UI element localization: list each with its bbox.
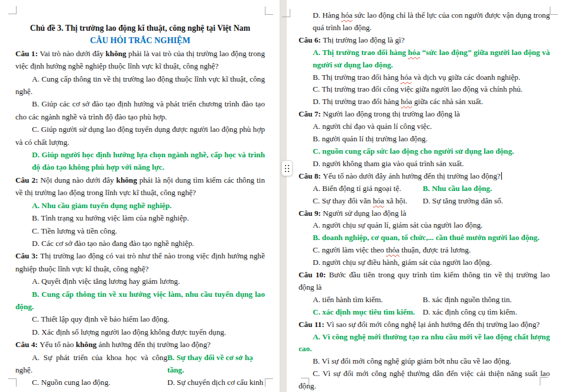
question-paragraph[interactable]: Câu 8: Yếu tố nào dưới đây ảnh hưởng đến…: [299, 170, 550, 183]
option-row[interactable]: A. tiến hành tìm kiếm.B. xác định nguồn …: [299, 294, 550, 306]
option[interactable]: C. Vì sự đổi mới công nghệ thường dẫn đế…: [299, 368, 550, 392]
page-2-text-area[interactable]: D. Hàng hóa sức lao động chỉ là thể lực …: [299, 9, 550, 392]
text-run: Câu 1:: [15, 49, 40, 58]
text-run: Câu 4:: [15, 340, 40, 349]
text-run: C. Thiết lập quy định về bảo hiểm lao độ…: [32, 315, 169, 323]
option[interactable]: A. Biến động tỉ giá ngoại tệ.: [299, 183, 423, 195]
option[interactable]: A. Sự phát triển của khoa học và công ng…: [15, 351, 167, 377]
text-run: Câu 9:: [299, 209, 323, 218]
option[interactable]: D. Hàng hóa sức lao động chỉ là thể lực …: [313, 9, 550, 34]
text-run: Vì sao sự đổi mới công nghệ lại ảnh hưởn…: [326, 320, 540, 329]
option-row[interactable]: A. Biến động tỉ giá ngoại tệ.B. Nhu cầu …: [299, 183, 550, 195]
text-run: và dịch vụ giữa các doanh nghiệp.: [411, 73, 520, 82]
text-run: C. người làm việc theo: [313, 245, 386, 254]
text-run: không: [116, 176, 137, 184]
question-paragraph[interactable]: Câu 11: Vì sao sự đổi mới công nghệ lại …: [299, 319, 550, 331]
text-run: Người sử dụng lao động là: [323, 209, 406, 218]
section-heading: CÂU HỎI TRẮC NGHIỆM: [15, 34, 265, 47]
option[interactable]: C. Tiền lương và tiền công.: [15, 225, 265, 237]
correct-option[interactable]: A. Thị trường trao đổi hàng hóa “sức lao…: [313, 47, 550, 72]
option[interactable]: A. tiến hành tìm kiếm.: [299, 294, 423, 306]
option-row[interactable]: C. Nguồn cung lao động.D. Sự chuyển dịch…: [15, 376, 265, 392]
document-canvas: Chủ đề 3. Thị trường lao động kĩ thuật, …: [0, 0, 564, 392]
text-run: Câu 3:: [15, 251, 40, 260]
page-1-text-area[interactable]: Chủ đề 3. Thị trường lao động kĩ thuật, …: [15, 22, 265, 392]
option[interactable]: D. Sự tăng trưởng dân số.: [423, 195, 550, 208]
text-run: D. Hàng: [313, 11, 341, 20]
option[interactable]: D. Xác định số lượng người lao động khôn…: [15, 326, 265, 338]
correct-option[interactable]: B. Nhu cầu lao động.: [423, 183, 550, 195]
text-run: Câu 10:: [299, 270, 329, 279]
text-run: C. Nguồn cung lao động.: [32, 378, 111, 387]
misspelled-word: hóa: [373, 196, 384, 205]
text-run: không: [76, 340, 96, 349]
question-paragraph[interactable]: Câu 7: Người lao động trong thị trường l…: [299, 108, 550, 121]
option[interactable]: C. Thiết lập quy định về bảo hiểm lao độ…: [15, 313, 265, 325]
correct-option[interactable]: B. Sự thay đổi về cơ sở hạ tầng.: [167, 351, 265, 377]
option[interactable]: C. Sự thay đổi văn hóa xã hội.: [299, 195, 423, 208]
option[interactable]: B. Tình trạng xu hướng việc làm của nghề…: [15, 212, 265, 224]
option[interactable]: C. người làm việc theo thỏa thuận, được …: [299, 244, 550, 257]
question-paragraph[interactable]: Câu 6: Thị trường lao động là gì?: [299, 34, 550, 47]
option[interactable]: D. Các cơ sở đào tạo nào đang đào tạo ng…: [15, 237, 265, 250]
question-paragraph[interactable]: Câu 3: Thị trường lao động có vai trò nh…: [15, 250, 265, 275]
option[interactable]: D. người không tham gia vào quá trình sả…: [299, 158, 550, 170]
text-run: B. Vì sự đổi mới công nghệ giúp giảm bớt…: [313, 357, 511, 365]
option[interactable]: A. người chỉ đạo và quản lí công việc.: [299, 121, 550, 133]
text-run: Câu 11:: [299, 320, 326, 329]
option[interactable]: A. Quyết định việc tăng lương hay giảm l…: [15, 275, 265, 287]
correct-option[interactable]: B. Cung cấp thông tin về xu hướng việc l…: [15, 288, 265, 313]
option-row[interactable]: C. xác định mục tiêu tìm kiếm.D. xác địn…: [299, 306, 550, 319]
correct-option[interactable]: C. nguồn cung cấp sức lao động cho người…: [299, 145, 550, 158]
text-run: A. Vì công nghệ mới thường tạo ra nhu cầ…: [299, 332, 550, 354]
text-run: A. Sự phát triển của khoa học và công ng…: [15, 353, 167, 374]
question-paragraph[interactable]: Câu 9: Người sử dụng lao động là: [299, 208, 550, 220]
text-run: B. Giúp các cơ sở đào tạo định hướng và …: [15, 99, 265, 121]
page-2[interactable]: D. Hàng hóa sức lao động chỉ là thể lực …: [287, 0, 564, 392]
text-run: Thị trường lao động có vai trò như thế n…: [15, 251, 265, 273]
text-run: D. Sự tăng trưởng dân số.: [423, 196, 503, 205]
option[interactable]: B. Thị trường trao đổi hàng hóa và dịch …: [299, 72, 550, 84]
question-paragraph[interactable]: Câu 10: Bước đầu tiên trong quy trình tì…: [299, 269, 550, 294]
option[interactable]: C. Thị trường trao đổi công việc giữa ng…: [299, 83, 550, 96]
text-run: D. Sự chuyển dịch cơ cấu kinh tế.: [167, 378, 263, 392]
option-row[interactable]: C. Sự thay đổi văn hóa xã hội.D. Sự tăng…: [299, 195, 550, 208]
option[interactable]: C. Nguồn cung lao động.: [15, 376, 167, 392]
text-boundary-mark: [550, 7, 558, 15]
text-run: không: [106, 49, 127, 58]
option[interactable]: D. Thị trường trao đổi hàng hóa giữa các…: [299, 96, 550, 108]
correct-option[interactable]: D. Giúp người học định hướng lựa chọn ng…: [32, 148, 265, 174]
question-paragraph[interactable]: Câu 2: Nội dung nào dưới đây không phải …: [15, 174, 265, 199]
text-run: Yếu tố nào: [40, 340, 76, 349]
text-run: D. Xác định số lượng người lao động khôn…: [32, 328, 226, 336]
option[interactable]: D. người chịu sự điều hành, giám sát của…: [299, 257, 550, 269]
text-cursor: [501, 172, 502, 180]
page-1[interactable]: Chủ đề 3. Thị trường lao động kĩ thuật, …: [0, 0, 280, 392]
correct-option[interactable]: B. doanh nghiệp, cơ quan, tổ chức,... cầ…: [299, 232, 550, 244]
option[interactable]: C. Giúp người sử dụng lao động tuyển dụn…: [15, 123, 265, 148]
text-run: B. Nhu cầu lao động.: [423, 184, 492, 193]
correct-option[interactable]: C. xác định mục tiêu tìm kiếm.: [299, 306, 423, 319]
text-boundary-mark: [265, 7, 273, 15]
option[interactable]: B. Vì sự đổi mới công nghệ giúp giảm bớt…: [299, 355, 550, 368]
text-run: A. Nhu cầu giảm tuyển dụng nghề nghiệp.: [32, 201, 171, 210]
page-2-blocks: D. Hàng hóa sức lao động chỉ là thể lực …: [299, 9, 550, 392]
option[interactable]: A. Cung cấp thông tin về thị trường lao …: [15, 73, 265, 98]
text-boundary-mark: [301, 378, 309, 386]
option[interactable]: B. xác định nguồn thông tin.: [423, 294, 550, 306]
question-paragraph[interactable]: Câu 1: Vai trò nào dưới đây không phải l…: [15, 47, 265, 73]
correct-option[interactable]: A. Vì công nghệ mới thường tạo ra nhu cầ…: [299, 331, 550, 356]
correct-option[interactable]: A. Nhu cầu giảm tuyển dụng nghề nghiệp.: [15, 199, 265, 212]
question-paragraph[interactable]: Câu 4: Yếu tố nào không ảnh hưởng đến th…: [15, 338, 265, 351]
option[interactable]: D. Sự chuyển dịch cơ cấu kinh tế.: [167, 376, 265, 392]
text-run: B. Tình trạng xu hướng việc làm của nghề…: [32, 213, 189, 222]
text-run: Nội dung nào dưới đây: [40, 176, 116, 184]
option[interactable]: B. người quản lí thị trường lao động.: [299, 133, 550, 145]
option-row[interactable]: A. Sự phát triển của khoa học và công ng…: [15, 351, 265, 377]
option[interactable]: D. xác định công cụ tìm kiếm.: [423, 306, 550, 319]
text-run: A. Quyết định việc tăng lương hay giảm l…: [32, 277, 180, 286]
option[interactable]: B. Giúp các cơ sở đào tạo định hướng và …: [15, 98, 265, 123]
text-run: Người lao động trong thị trường lao động…: [323, 109, 460, 118]
drag-handle[interactable]: [281, 160, 293, 176]
option[interactable]: A. người chịu sự quản lí, giám sát của n…: [299, 219, 550, 232]
